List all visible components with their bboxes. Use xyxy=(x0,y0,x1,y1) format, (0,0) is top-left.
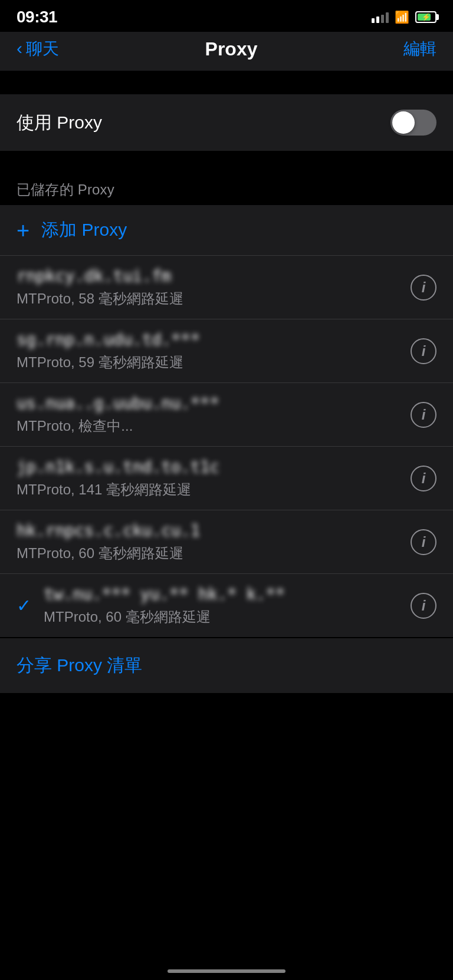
proxy-info-button-4[interactable]: i xyxy=(411,466,436,491)
battery-icon: ⚡ xyxy=(415,11,436,23)
proxy-info-3: us.nua..g.uubu.nu.*** MTProto, 檢查中... xyxy=(17,394,401,435)
proxy-name-2: sg.rnp.n.udu.td.*** xyxy=(17,330,401,349)
proxy-name-5: hk.rnpcs.c.cku.cu.1 xyxy=(17,521,401,540)
share-proxy-label: 分享 Proxy 清單 xyxy=(17,654,142,678)
separator-band-2 xyxy=(0,151,453,169)
edit-button[interactable]: 編輯 xyxy=(403,38,436,60)
wifi-icon: 📶 xyxy=(395,10,409,24)
proxy-name-6: tw.nu.*** yu.** hk.* k.** xyxy=(44,585,401,604)
proxy-left-3: us.nua..g.uubu.nu.*** MTProto, 檢查中... xyxy=(17,394,411,435)
back-button[interactable]: ‹ 聊天 xyxy=(17,38,59,60)
back-label: 聊天 xyxy=(26,38,59,60)
proxy-name-3: us.nua..g.uubu.nu.*** xyxy=(17,394,401,413)
proxy-item-selected[interactable]: ✓ tw.nu.*** yu.** hk.* k.** MTProto, 60 … xyxy=(0,574,453,637)
use-proxy-toggle[interactable] xyxy=(390,110,436,136)
proxy-item[interactable]: us.nua..g.uubu.nu.*** MTProto, 檢查中... i xyxy=(0,383,453,447)
proxy-detail-1: MTProto, 58 毫秒網路延遲 xyxy=(17,289,401,308)
proxy-list-section: + 添加 Proxy rnpkcy.dk.tui.fm MTProto, 58 … xyxy=(0,205,453,637)
proxy-detail-2: MTProto, 59 毫秒網路延遲 xyxy=(17,353,401,372)
info-icon-2: i xyxy=(422,343,426,359)
proxy-left-6: ✓ tw.nu.*** yu.** hk.* k.** MTProto, 60 … xyxy=(17,585,411,626)
proxy-info-button-6[interactable]: i xyxy=(411,593,436,619)
info-icon-6: i xyxy=(422,598,426,614)
proxy-info-6: tw.nu.*** yu.** hk.* k.** MTProto, 60 毫秒… xyxy=(44,585,401,626)
selected-check-icon: ✓ xyxy=(17,595,34,616)
saved-proxies-header: 已儲存的 Proxy xyxy=(0,169,453,205)
proxy-info-5: hk.rnpcs.c.cku.cu.1 MTProto, 60 毫秒網路延遲 xyxy=(17,521,401,563)
page-title: Proxy xyxy=(205,38,258,60)
proxy-item[interactable]: sg.rnp.n.udu.td.*** MTProto, 59 毫秒網路延遲 i xyxy=(0,319,453,383)
proxy-info-2: sg.rnp.n.udu.td.*** MTProto, 59 毫秒網路延遲 xyxy=(17,330,401,372)
share-proxy-list-button[interactable]: 分享 Proxy 清單 xyxy=(0,638,453,693)
info-icon-5: i xyxy=(422,534,426,550)
info-icon-4: i xyxy=(422,470,426,487)
add-proxy-label: 添加 Proxy xyxy=(41,218,127,242)
proxy-name-4: jp.n1k.s.u.tnd.to.t1c xyxy=(17,457,401,477)
charging-icon: ⚡ xyxy=(422,13,431,21)
proxy-info-button-5[interactable]: i xyxy=(411,529,436,555)
proxy-detail-5: MTProto, 60 毫秒網路延遲 xyxy=(17,544,401,563)
proxy-left-2: sg.rnp.n.udu.td.*** MTProto, 59 毫秒網路延遲 xyxy=(17,330,411,372)
proxy-info-4: jp.n1k.s.u.tnd.to.t1c MTProto, 141 毫秒網路延… xyxy=(17,457,401,499)
status-icons: 📶 ⚡ xyxy=(372,10,436,24)
proxy-left-5: hk.rnpcs.c.cku.cu.1 MTProto, 60 毫秒網路延遲 xyxy=(17,521,411,563)
plus-icon: + xyxy=(17,219,29,242)
status-bar: 09:31 📶 ⚡ xyxy=(0,0,453,32)
info-icon-3: i xyxy=(422,407,426,423)
add-proxy-button[interactable]: + 添加 Proxy xyxy=(0,205,453,256)
proxy-left-1: rnpkcy.dk.tui.fm MTProto, 58 毫秒網路延遲 xyxy=(17,266,411,308)
proxy-info-button-2[interactable]: i xyxy=(411,338,436,364)
separator-band xyxy=(0,71,453,94)
proxy-info-button-1[interactable]: i xyxy=(411,275,436,301)
nav-bar: ‹ 聊天 Proxy 編輯 xyxy=(0,32,453,71)
use-proxy-row: 使用 Proxy xyxy=(0,94,453,151)
proxy-name-1: rnpkcy.dk.tui.fm xyxy=(17,266,401,286)
info-icon-1: i xyxy=(422,279,426,296)
bottom-area xyxy=(0,693,453,823)
proxy-left-4: jp.n1k.s.u.tnd.to.t1c MTProto, 141 毫秒網路延… xyxy=(17,457,411,499)
proxy-detail-3: MTProto, 檢查中... xyxy=(17,417,401,435)
proxy-item[interactable]: rnpkcy.dk.tui.fm MTProto, 58 毫秒網路延遲 i xyxy=(0,256,453,319)
proxy-detail-6: MTProto, 60 毫秒網路延遲 xyxy=(44,608,401,626)
toggle-thumb xyxy=(392,111,415,134)
proxy-item[interactable]: jp.n1k.s.u.tnd.to.t1c MTProto, 141 毫秒網路延… xyxy=(0,447,453,510)
proxy-detail-4: MTProto, 141 毫秒網路延遲 xyxy=(17,480,401,499)
proxy-item[interactable]: hk.rnpcs.c.cku.cu.1 MTProto, 60 毫秒網路延遲 i xyxy=(0,510,453,574)
signal-icon xyxy=(372,11,389,23)
proxy-info-1: rnpkcy.dk.tui.fm MTProto, 58 毫秒網路延遲 xyxy=(17,266,401,308)
status-time: 09:31 xyxy=(17,8,57,27)
use-proxy-label: 使用 Proxy xyxy=(17,111,102,135)
proxy-info-button-3[interactable]: i xyxy=(411,402,436,428)
home-indicator xyxy=(168,969,285,973)
chevron-left-icon: ‹ xyxy=(17,39,22,57)
